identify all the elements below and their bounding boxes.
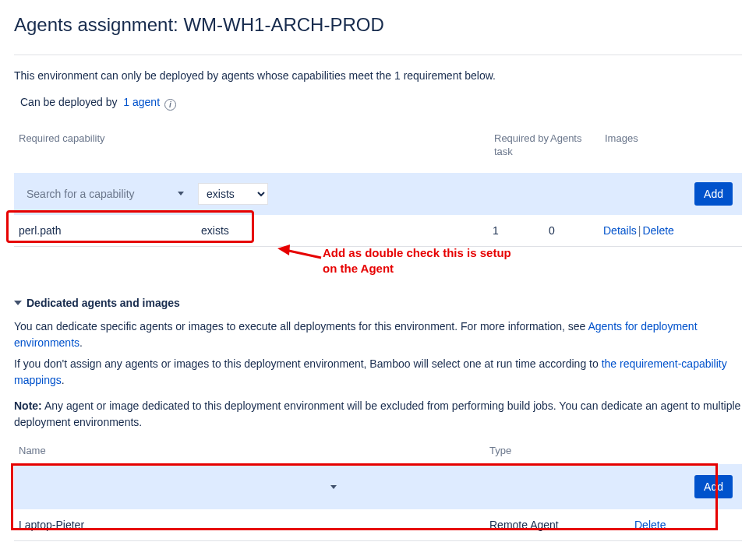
deploy-info: Can be deployed by 1 agent i bbox=[20, 96, 742, 111]
annotation-text: Add as double check this is setup on the… bbox=[14, 245, 742, 277]
required-by-task-count: 1 bbox=[493, 224, 549, 237]
capability-headers: Required capability Required by task Age… bbox=[14, 132, 742, 173]
agents-count: 0 bbox=[549, 224, 603, 237]
capability-condition-select[interactable]: exists bbox=[198, 183, 268, 205]
chevron-down-icon bbox=[14, 301, 22, 305]
dedicated-table: Name Type Add Laptop-Pieter Remote Agent… bbox=[14, 445, 742, 541]
dedicated-header-type: Type bbox=[489, 445, 511, 456]
dedicated-para-2: If you don't assign any agents or images… bbox=[14, 356, 742, 389]
dedicated-dropdown[interactable] bbox=[23, 485, 343, 489]
dedicated-filter-row: Add bbox=[14, 464, 742, 509]
capability-search-dropdown[interactable]: Search for a capability bbox=[23, 188, 187, 200]
dedicated-section-toggle[interactable]: Dedicated agents and images bbox=[14, 297, 742, 309]
capability-name: perl.path bbox=[19, 224, 201, 237]
capability-filter-row: Search for a capability exists Add bbox=[14, 173, 742, 215]
dedicated-heading: Dedicated agents and images bbox=[26, 297, 180, 309]
dedicated-note: Note: Any agent or image dedicated to th… bbox=[14, 398, 742, 431]
capability-actions: Details|Delete bbox=[603, 224, 674, 237]
capability-condition: exists bbox=[201, 224, 229, 237]
delete-capability-link[interactable]: Delete bbox=[642, 224, 673, 237]
agent-count-link[interactable]: 1 agent bbox=[123, 96, 160, 108]
page-title-env: WM-WH1-ARCH-PROD bbox=[183, 14, 383, 35]
capability-header-name: Required capability bbox=[19, 132, 494, 159]
add-dedicated-button[interactable]: Add bbox=[694, 475, 733, 498]
capability-header-agents: Agents bbox=[550, 132, 605, 159]
annotation-arrow-icon bbox=[276, 242, 323, 266]
details-link[interactable]: Details bbox=[603, 224, 637, 237]
dedicated-agent-name: Laptop-Pieter bbox=[19, 519, 489, 531]
dedicated-headers: Name Type bbox=[14, 445, 742, 464]
page-title-prefix: Agents assignment: bbox=[14, 14, 183, 35]
svg-line-0 bbox=[285, 250, 321, 258]
delete-dedicated-link[interactable]: Delete bbox=[634, 519, 666, 531]
info-icon[interactable]: i bbox=[164, 99, 176, 111]
capability-header-images: Images bbox=[605, 132, 737, 159]
capability-search-placeholder: Search for a capability bbox=[26, 188, 135, 200]
capability-header-required: Required by task bbox=[494, 132, 550, 159]
dedicated-para-1: You can dedicate specific agents or imag… bbox=[14, 318, 742, 351]
deploy-label: Can be deployed by bbox=[20, 96, 118, 108]
dedicated-agent-type: Remote Agent bbox=[489, 519, 634, 531]
intro-text: This environment can only be deployed by… bbox=[14, 69, 742, 82]
chevron-down-icon bbox=[330, 485, 337, 489]
divider bbox=[14, 55, 742, 55]
table-row: perl.path exists 1 0 Details|Delete bbox=[14, 215, 742, 247]
page-title: Agents assignment: WM-WH1-ARCH-PROD bbox=[14, 14, 742, 36]
table-row: Laptop-Pieter Remote Agent Delete bbox=[14, 509, 742, 541]
dedicated-header-name: Name bbox=[19, 445, 489, 456]
svg-marker-1 bbox=[277, 245, 290, 255]
add-capability-button[interactable]: Add bbox=[694, 182, 733, 206]
chevron-down-icon bbox=[178, 192, 184, 195]
